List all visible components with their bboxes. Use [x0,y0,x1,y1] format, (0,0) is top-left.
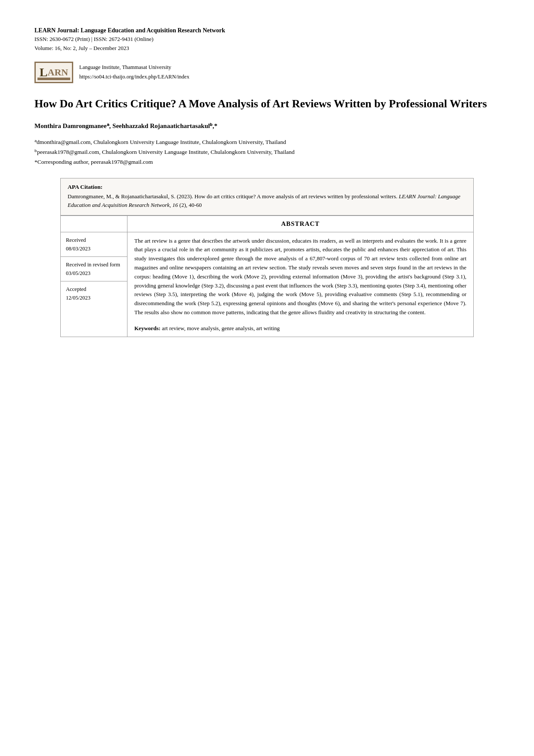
logo-institute-info: Language Institute, Thammasat University… [79,63,189,81]
dates-column-body: Received 08/03/2023 Received in revised … [61,232,127,337]
dates-column-header [61,216,127,232]
abstract-body-text: The art review is a genre that describes… [127,232,473,320]
journal-issn: ISSN: 2630-0672 (Print) | ISSN: 2672-943… [34,35,500,44]
received-label: Received [66,236,122,244]
apa-citation-box: APA Citation: Damrongmanee, M., & Rojana… [60,178,474,215]
institute-name: Language Institute, Thammasat University [79,63,189,72]
logo-row: L ARN Language Institute, Thammasat Univ… [34,62,500,83]
affiliation-a: ᵃdmonthira@gmail.com, Chulalongkorn Univ… [34,137,500,147]
abstract-header-row: ABSTRACT [61,216,474,232]
journal-title: LEARN Journal: Language Education and Ac… [34,26,500,35]
affiliation-corresponding: *Corresponding author, peerasak1978@gmai… [34,157,500,167]
received-block: Received 08/03/2023 [61,232,127,256]
keywords-row: Keywords: art review, move analysis, gen… [127,320,473,337]
journal-header: LEARN Journal: Language Education and Ac… [34,26,500,53]
journal-volume: Volume: 16, No: 2, July – December 2023 [34,44,500,53]
logo-bottom-bar [37,78,70,80]
institute-url: https://so04.tci-thaijo.org/index.php/LE… [79,72,189,81]
abstract-content-cell: The art review is a genre that describes… [127,232,474,337]
journal-logo: L ARN [34,62,73,83]
revised-label: Received in revised form [66,260,122,269]
revised-block: Received in revised form 03/05/2023 [61,256,127,281]
citation-label: APA Citation: [68,184,466,191]
revised-value: 03/05/2023 [66,269,122,278]
authors-line: Monthira Damrongmaneeᵃ, Seehhazzakd Roja… [34,121,500,131]
accepted-label: Accepted [66,285,122,294]
affiliations-block: ᵃdmonthira@gmail.com, Chulalongkorn Univ… [34,137,500,167]
affiliation-b: ᵇpeerasak1978@gmail.com, Chulalongkorn U… [34,147,500,157]
accepted-value: 12/05/2023 [66,294,122,302]
citation-normal: Damrongmanee, M., & Rojanaatichartasakul… [68,193,397,200]
abstract-title: ABSTRACT [127,216,474,232]
keywords-values: art review, move analysis, genre analysi… [162,325,280,331]
logo-arn-text: ARN [48,67,68,78]
abstract-body-row: Received 08/03/2023 Received in revised … [61,232,474,337]
citation-text: Damrongmanee, M., & Rojanaatichartasakul… [68,192,466,209]
citation-end: (2), 40-60 [180,202,202,208]
abstract-table: ABSTRACT Received 08/03/2023 Received in… [60,216,474,337]
paper-title: How Do Art Critics Critique? A Move Anal… [34,96,500,112]
received-value: 08/03/2023 [66,244,122,253]
accepted-block: Accepted 12/05/2023 [61,281,127,306]
keywords-label: Keywords: [134,325,161,331]
